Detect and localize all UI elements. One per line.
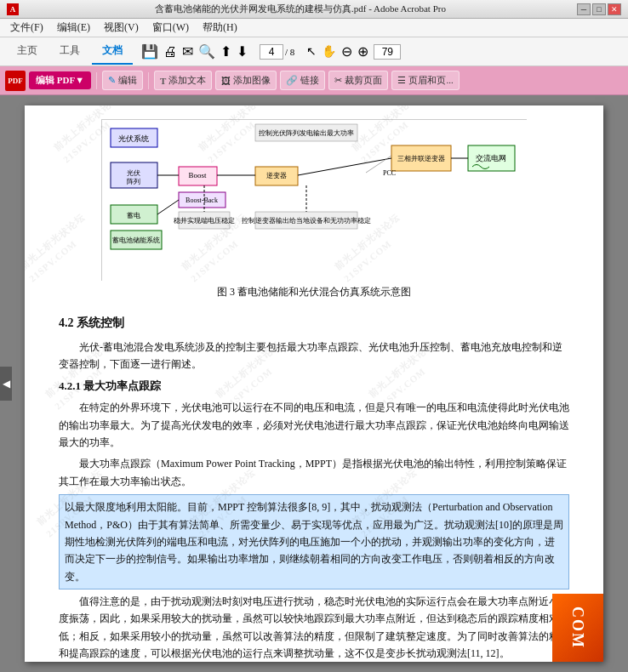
highlight-text: 以最大限度地利用太阳能。目前，MPPT 控制算法很多[8, 9]，其中，扰动观测… — [65, 501, 563, 583]
close-button[interactable]: ✕ — [608, 3, 621, 15]
edit-pdf-button[interactable]: 编辑 PDF▼ — [29, 71, 91, 89]
search-icon[interactable]: 🔍 — [198, 43, 215, 60]
save-icon[interactable]: 💾 — [141, 43, 158, 60]
zoom-in-icon[interactable]: ⊕ — [357, 43, 368, 60]
edit-tool-link[interactable]: 🔗 链接 — [280, 71, 325, 90]
minimize-button[interactable]: ─ — [577, 3, 591, 15]
com-badge-text: COM — [566, 607, 591, 649]
pointer-tool[interactable]: ↖ — [306, 44, 317, 59]
para-4-2-1-1: 在特定的外界环境下，光伏电池可以运行在不同的电压和电流，但是只有唯一的电压和电流… — [59, 399, 569, 451]
page-area: ◀ 前光上析光状论坛21SPV.COM 前光上析光状论坛21SPV.COM 前光… — [0, 95, 628, 672]
svg-rect-0 — [102, 120, 528, 282]
tab-home[interactable]: 主页 — [7, 38, 48, 65]
window-title: 含蓄电池储能的光伏并网发电系统的建模与仿真.pdf - Adobe Acroba… — [24, 3, 577, 15]
edit-tool-edit[interactable]: ✎ 编辑 — [102, 71, 143, 90]
zoom-input[interactable] — [374, 44, 401, 60]
app-icon: A — [7, 3, 19, 15]
edit-tool-add-image[interactable]: 🖼 添加图像 — [215, 71, 277, 90]
zoom-out-icon[interactable]: ⊖ — [341, 43, 352, 60]
svg-text:稳井实现端电压稳定: 稳井实现端电压稳定 — [174, 217, 235, 225]
edit-tool-add-text[interactable]: T 添加文本 — [154, 71, 212, 90]
menu-edit[interactable]: 编辑(E) — [50, 19, 97, 37]
edit-tool-crop[interactable]: ✂ 裁剪页面 — [328, 71, 388, 90]
toolbar-divider-2 — [148, 72, 149, 89]
section-4-2-1-title: 4.2.1 最大功率点跟踪 — [59, 378, 569, 396]
page-input[interactable] — [260, 44, 283, 60]
svg-text:三相并联逆变器: 三相并联逆变器 — [397, 155, 445, 162]
para-4-2-1-2: 最大功率点跟踪（Maximum Power Point Tracking，MPP… — [59, 455, 569, 490]
menu-help[interactable]: 帮助(H) — [196, 19, 244, 37]
email-icon[interactable]: ✉ — [182, 43, 193, 60]
svg-text:PCC: PCC — [383, 169, 396, 177]
main-toolbar: 主页 工具 文档 💾 🖨 ✉ 🔍 ⬆ ⬇ / 8 ↖ ✋ ⊖ ⊕ — [0, 37, 628, 66]
download-icon[interactable]: ⬇ — [237, 43, 248, 60]
para-4-2: 光伏-蓄电池混合发电系统涉及的控制主要包括最大功率点跟踪、光伏电池升压控制、蓄电… — [59, 339, 569, 373]
svg-text:光伏: 光伏 — [127, 169, 140, 177]
upload-icon[interactable]: ⬆ — [220, 43, 231, 60]
svg-text:阵列: 阵列 — [127, 178, 140, 185]
print-icon[interactable]: 🖨 — [163, 44, 177, 60]
menu-view[interactable]: 视图(V) — [97, 19, 146, 37]
svg-text:蓄电池储能系统: 蓄电池储能系统 — [112, 236, 160, 244]
maximize-button[interactable]: □ — [592, 3, 606, 15]
svg-text:蓄电: 蓄电 — [127, 212, 140, 219]
hand-tool[interactable]: ✋ — [322, 44, 336, 59]
fig-caption: 图 3 蓄电池储能和光伏混合仿真系统示意图 — [217, 284, 411, 300]
section-4-2-title: 4.2 系统控制 — [59, 314, 569, 333]
menu-window[interactable]: 窗口(W) — [146, 19, 196, 37]
toolbar-divider-1 — [96, 72, 97, 89]
tab-document[interactable]: 文档 — [92, 38, 133, 65]
pdf-icon: PDF — [5, 71, 26, 91]
prev-page-arrow[interactable]: ◀ — [0, 367, 12, 401]
svg-text:光伏系统: 光伏系统 — [118, 134, 149, 143]
title-bar: A 含蓄电池储能的光伏并网发电系统的建模与仿真.pdf - Adobe Acro… — [0, 0, 628, 19]
svg-text:逆变器: 逆变器 — [266, 172, 287, 179]
tab-tools[interactable]: 工具 — [49, 38, 90, 65]
svg-text:交流电网: 交流电网 — [476, 154, 506, 162]
svg-text:控制光伏阵列发电输出最大功率: 控制光伏阵列发电输出最大功率 — [259, 129, 354, 137]
diagram-area: 光伏系统 控制光伏阵列发电输出最大功率 三相并联逆变器 交流电网 光伏 — [59, 119, 569, 307]
para-4-2-1-3: 值得注意的是，由于扰动观测法时刻对电压进行扰动，稳态时光伏电池的实际运行点会在最… — [59, 593, 569, 662]
menu-bar: 文件(F) 编辑(E) 视图(V) 窗口(W) 帮助(H) — [0, 19, 628, 37]
diagram-svg: 光伏系统 控制光伏阵列发电输出最大功率 三相并联逆变器 交流电网 光伏 — [101, 119, 527, 281]
edit-toolbar: PDF 编辑 PDF▼ ✎ 编辑 T 添加文本 🖼 添加图像 🔗 链接 ✂ 裁剪… — [0, 66, 628, 95]
page-separator: / 8 — [285, 47, 294, 57]
svg-text:Boost: Boost — [188, 171, 207, 179]
com-badge: COM — [552, 594, 603, 662]
highlight-text-box: 以最大限度地利用太阳能。目前，MPPT 控制算法很多[8, 9]，其中，扰动观测… — [59, 494, 569, 589]
edit-tool-header[interactable]: ☰ 页眉和页... — [391, 71, 459, 90]
pdf-page: 前光上析光状论坛21SPV.COM 前光上析光状论坛21SPV.COM 前光上析… — [25, 105, 603, 662]
svg-text:Boost-Back: Boost-Back — [186, 196, 218, 204]
menu-file[interactable]: 文件(F) — [3, 19, 50, 37]
svg-text:控制逆变器输出给当地设备和无功功率稳定: 控制逆变器输出给当地设备和无功功率稳定 — [242, 217, 371, 225]
